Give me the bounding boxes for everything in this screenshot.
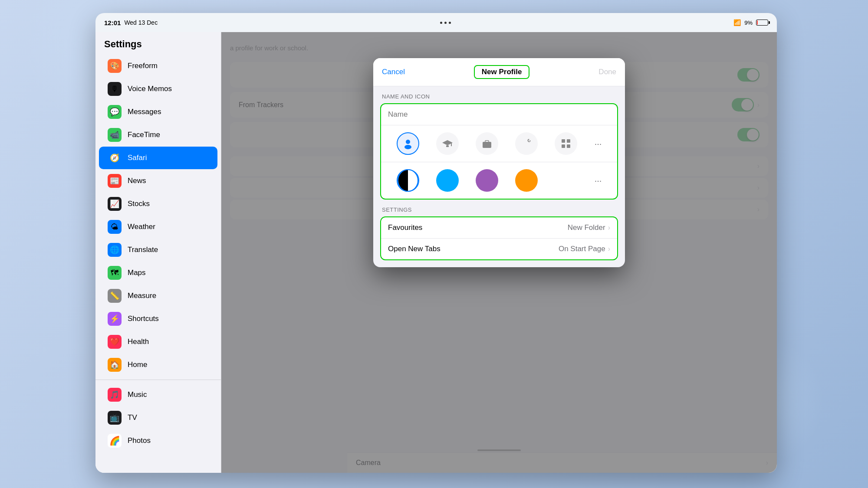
sidebar-item-facetime[interactable]: 📹 FaceTime	[99, 124, 217, 146]
color-swatch-black-white	[398, 169, 418, 192]
favourites-value: New Folder ›	[568, 223, 610, 232]
voice-memos-icon: 🎙	[108, 82, 122, 96]
icon-btn-wrench[interactable]	[515, 132, 538, 155]
sidebar-item-health[interactable]: ❤️ Health	[99, 331, 217, 353]
tv-icon: 📺	[108, 411, 122, 425]
cancel-button[interactable]: Cancel	[382, 68, 405, 76]
icon-btn-graduation[interactable]	[436, 132, 459, 155]
shortcuts-label: Shortcuts	[128, 314, 159, 323]
icons-row: ···	[381, 125, 617, 162]
maps-icon: 🗺	[108, 266, 122, 280]
svg-rect-8	[567, 139, 570, 143]
favourites-row[interactable]: Favourites New Folder ›	[381, 217, 617, 238]
colors-more-button[interactable]: ···	[595, 176, 602, 186]
sidebar-item-shortcuts[interactable]: ⚡ Shortcuts	[99, 308, 217, 330]
sidebar-item-stocks[interactable]: 📈 Stocks	[99, 193, 217, 215]
color-btn-purple[interactable]	[476, 169, 498, 192]
battery-percent: 9%	[744, 20, 753, 26]
news-label: News	[128, 177, 146, 185]
color-btn-blue[interactable]	[436, 169, 459, 192]
voice-memos-label: Voice Memos	[128, 85, 172, 93]
main-content: Settings 🎨 Freeform 🎙 Voice Memos 💬 Mess…	[95, 32, 777, 473]
open-new-tabs-value: On Start Page ›	[559, 245, 610, 253]
right-panel: a profile for work or school. From Track…	[221, 32, 777, 473]
modal-overlay: Cancel New Profile Done NAME AND ICON	[221, 32, 777, 473]
icon-btn-person[interactable]	[397, 132, 419, 155]
stocks-label: Stocks	[128, 200, 150, 208]
favourites-label: Favourites	[388, 223, 422, 232]
weather-label: Weather	[128, 223, 155, 231]
news-icon: 📰	[108, 174, 122, 188]
translate-icon: 🌐	[108, 243, 122, 257]
status-center-dots	[440, 22, 451, 24]
sidebar-item-freeform[interactable]: 🎨 Freeform	[99, 55, 217, 77]
status-right: 📶 9%	[733, 19, 768, 26]
sidebar-title: Settings	[95, 32, 221, 54]
home-icon: 🏠	[108, 358, 122, 372]
sidebar-item-photos[interactable]: 🌈 Photos	[99, 429, 217, 452]
svg-rect-3	[446, 145, 449, 147]
shortcuts-icon: ⚡	[108, 312, 122, 326]
health-label: Health	[128, 337, 149, 346]
modal-title-container: New Profile	[474, 65, 530, 79]
sidebar-item-voice-memos[interactable]: 🎙 Voice Memos	[99, 78, 217, 100]
freeform-icon: 🎨	[108, 59, 122, 73]
sidebar-item-weather[interactable]: 🌤 Weather	[99, 216, 217, 238]
sidebar-item-tv[interactable]: 📺 TV	[99, 406, 217, 429]
color-btn-black-white[interactable]	[397, 169, 419, 192]
name-icon-section-label: NAME AND ICON	[380, 93, 618, 100]
sidebar-item-safari[interactable]: 🧭 Safari	[99, 147, 217, 169]
sidebar: Settings 🎨 Freeform 🎙 Voice Memos 💬 Mess…	[95, 32, 221, 473]
favourites-chevron: ›	[608, 224, 610, 232]
sidebar-item-maps[interactable]: 🗺 Maps	[99, 262, 217, 284]
battery-icon	[756, 20, 768, 26]
maps-label: Maps	[128, 269, 146, 277]
svg-point-0	[406, 140, 410, 144]
safari-icon: 🧭	[108, 151, 122, 165]
status-bar: 12:01 Wed 13 Dec 📶 9%	[95, 13, 777, 32]
colors-row: ···	[381, 162, 617, 199]
open-new-tabs-row[interactable]: Open New Tabs On Start Page ›	[381, 238, 617, 259]
photos-label: Photos	[128, 436, 151, 445]
sidebar-item-messages[interactable]: 💬 Messages	[99, 101, 217, 123]
sidebar-item-home[interactable]: 🏠 Home	[99, 354, 217, 376]
modal-header: Cancel New Profile Done	[373, 58, 625, 86]
photos-icon: 🌈	[108, 434, 122, 448]
settings-section: Favourites New Folder › Open New Tabs	[380, 216, 618, 260]
svg-rect-10	[567, 144, 570, 148]
status-time: 12:01	[104, 19, 121, 26]
name-input-row	[381, 104, 617, 125]
icon-btn-grid[interactable]	[555, 132, 577, 155]
modal-title: New Profile	[482, 68, 522, 76]
music-label: Music	[128, 390, 147, 399]
icons-more-button[interactable]: ···	[595, 139, 602, 149]
svg-rect-7	[562, 139, 565, 143]
new-profile-modal: Cancel New Profile Done NAME AND ICON	[373, 58, 625, 267]
name-input[interactable]	[388, 110, 610, 119]
svg-rect-5	[483, 142, 491, 148]
color-btn-orange[interactable]	[515, 169, 538, 192]
favourites-value-text: New Folder	[568, 223, 605, 232]
facetime-label: FaceTime	[128, 131, 160, 139]
messages-icon: 💬	[108, 105, 122, 119]
sidebar-item-measure[interactable]: 📏 Measure	[99, 285, 217, 307]
battery-fill	[757, 20, 758, 25]
svg-rect-9	[562, 144, 565, 148]
open-new-tabs-label: Open New Tabs	[388, 245, 441, 253]
icon-btn-briefcase[interactable]	[476, 132, 498, 155]
open-new-tabs-chevron: ›	[608, 245, 610, 253]
weather-icon: 🌤	[108, 220, 122, 234]
sidebar-item-news[interactable]: 📰 News	[99, 170, 217, 192]
done-button[interactable]: Done	[598, 68, 616, 76]
sidebar-item-music[interactable]: 🎵 Music	[99, 383, 217, 406]
freeform-label: Freeform	[128, 62, 158, 70]
measure-label: Measure	[128, 291, 156, 300]
ipad-frame: 12:01 Wed 13 Dec 📶 9% Settings 🎨 Freefor…	[95, 13, 777, 473]
music-icon: 🎵	[108, 388, 122, 402]
sidebar-item-translate[interactable]: 🌐 Translate	[99, 239, 217, 261]
stocks-icon: 📈	[108, 197, 122, 211]
home-label: Home	[128, 360, 147, 369]
messages-label: Messages	[128, 108, 161, 116]
status-date: Wed 13 Dec	[124, 19, 158, 26]
safari-label: Safari	[128, 154, 147, 162]
